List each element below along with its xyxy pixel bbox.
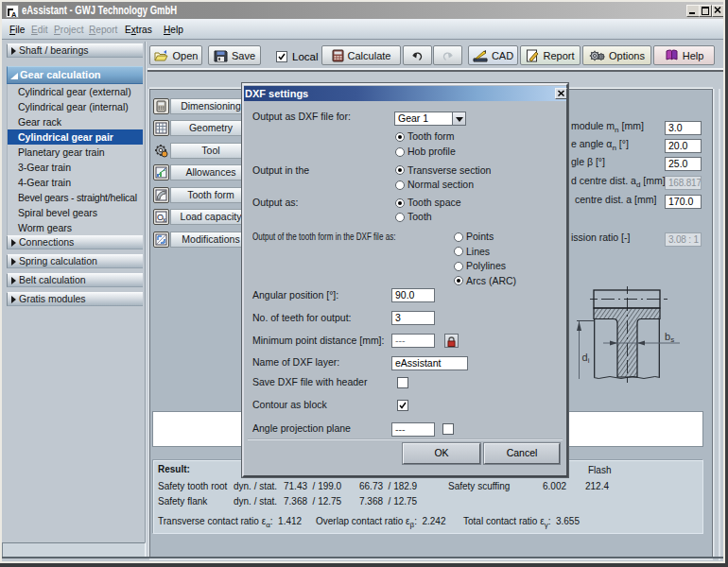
svg-text:bs: bs (665, 331, 674, 344)
svg-text:A: A (11, 10, 17, 19)
svg-text:di: di (582, 352, 590, 365)
svg-text:x: x (163, 216, 166, 223)
